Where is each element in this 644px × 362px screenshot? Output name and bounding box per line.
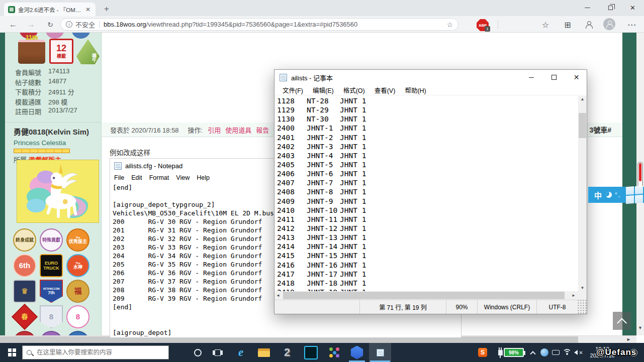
browser-tab[interactable]: 金河2.6进不去 - 『OMSI答疑版』 ✕: [4, 3, 96, 16]
page-info-icon[interactable]: i: [66, 21, 72, 28]
medal-label: 春: [21, 315, 29, 319]
taskbar-search-box[interactable]: [22, 345, 169, 359]
refresh-button[interactable]: ↻: [44, 19, 56, 31]
medal-badge: 福: [66, 280, 89, 303]
account-avatar[interactable]: [603, 18, 615, 30]
row-number: 2415: [277, 252, 307, 261]
notepad-maximize-button[interactable]: [542, 70, 565, 85]
back-to-top-button[interactable]: [613, 312, 631, 330]
row-fleetname: JHNT-10: [307, 206, 340, 215]
notepad-vertical-scrollbar[interactable]: ▲ ▼: [578, 96, 587, 291]
username[interactable]: 勇健0818(Kelvin Sim): [14, 126, 89, 137]
start-button[interactable]: [4, 343, 20, 362]
scroll-down-icon[interactable]: ▼: [578, 286, 587, 290]
volume-muted-icon[interactable]: ✕: [573, 343, 584, 362]
notepad-row: 2412JHNT-12JHNT 1: [277, 224, 569, 233]
cortana-button[interactable]: [190, 343, 205, 362]
notepad-text-area[interactable]: 1128NT-28JHNT 11129NT-29JHNT 11130NT-30J…: [274, 96, 587, 291]
internet-explorer-button[interactable]: e: [232, 343, 249, 362]
row-group: JHNT 1: [340, 188, 366, 197]
page-left-margin: [0, 33, 5, 335]
windows-logo-icon: [626, 186, 643, 204]
wifi-icon[interactable]: [561, 343, 573, 362]
menu-item[interactable]: 文件(F): [279, 84, 307, 96]
scroll-left-icon[interactable]: ◄: [276, 293, 280, 298]
new-tab-button[interactable]: +: [102, 4, 112, 14]
status-line-col: 第 71 行, 第 19 列: [359, 300, 446, 314]
post-action-link[interactable]: 使用道具: [225, 125, 251, 135]
file-explorer-button[interactable]: [255, 343, 272, 362]
notepad-minimize-button[interactable]: [520, 70, 542, 85]
row-number: 2405: [277, 161, 307, 170]
omsi2-button[interactable]: 2: [279, 343, 296, 362]
tray-app-icon[interactable]: [539, 343, 550, 362]
hscroll-right-icon[interactable]: ►: [626, 337, 631, 342]
battery-indicator[interactable]: 98%: [504, 348, 524, 357]
forum-member-sidebar: 11th 12模載 端午 會員編號174113帖子總數14877下載積分2491…: [5, 33, 102, 335]
window-close-button[interactable]: ✕: [621, 0, 644, 16]
member-stat-row: 會員編號174113: [15, 67, 99, 77]
ime-punctuation-toggle[interactable]: °,: [615, 191, 621, 198]
window-minimize-button[interactable]: [576, 0, 599, 16]
row-group: JHNT 1: [340, 170, 366, 179]
medal-badge: 8: [66, 305, 89, 328]
vscroll-thumb[interactable]: [579, 113, 586, 138]
row-number: 2407: [277, 179, 307, 188]
sidebar-divider: [5, 122, 102, 123]
ime-language-bar[interactable]: 中 °,: [588, 187, 644, 203]
task-view-button[interactable]: [210, 343, 225, 362]
hscroll-thumb[interactable]: [283, 292, 565, 299]
wps-office-button[interactable]: [348, 343, 366, 362]
tab-close-icon[interactable]: ✕: [84, 6, 91, 13]
stat-value: 298 模: [48, 97, 67, 107]
address-bar[interactable]: i 不安全 bbs.18wos.org /viewthread.php?tid=…: [60, 18, 458, 31]
post-action-link[interactable]: 引用: [208, 125, 221, 135]
menu-item[interactable]: 格式(O): [339, 84, 369, 96]
sogou-tray-icon[interactable]: S: [476, 343, 490, 362]
scroll-up-icon[interactable]: ▲: [578, 97, 587, 101]
collections-icon[interactable]: ⊞: [561, 19, 574, 31]
user-avatar-image[interactable]: [17, 160, 99, 223]
medal-label: 6th: [18, 263, 32, 268]
moon-icon[interactable]: [606, 192, 612, 198]
status-zoom: 90%: [446, 300, 477, 314]
row-group: JHNT 1: [340, 197, 366, 206]
favorites-bar-icon[interactable]: ☆: [539, 19, 552, 31]
notepad-close-button[interactable]: ✕: [565, 70, 588, 85]
post-action-link[interactable]: 報告: [256, 125, 269, 135]
ime-mode-toggle[interactable]: 中: [594, 190, 602, 200]
notepad-row: 2406JHNT-6JHNT 1: [277, 170, 569, 179]
notepad-row: 2413JHNT-13JHNT 1: [277, 233, 569, 243]
menu-item[interactable]: 编辑(E): [309, 84, 338, 96]
search-input[interactable]: [37, 349, 157, 356]
notepad-title: ailists - 记事本: [291, 73, 333, 82]
row-number: 2400: [277, 124, 307, 133]
forward-button[interactable]: →: [25, 19, 37, 31]
notepad-icon: [377, 349, 384, 356]
photoshop-button[interactable]: [302, 343, 320, 362]
notepad-row: 2417JHNT-17JHNT 1: [277, 270, 569, 279]
stat-value: 174113: [48, 67, 69, 77]
scrollbar-down-icon[interactable]: ▼: [636, 325, 644, 330]
menu-item[interactable]: 查看(V): [371, 84, 400, 96]
device-tray-icon[interactable]: [550, 343, 561, 362]
app-flower-button[interactable]: [326, 343, 343, 362]
notepad-horizontal-scrollbar[interactable]: ◄ ►: [274, 291, 587, 300]
row-fleetname: JHNT-15: [307, 252, 340, 261]
search-icon: [27, 350, 32, 355]
bookmark-star-icon[interactable]: ☆: [446, 21, 453, 29]
scroll-right-icon[interactable]: ►: [572, 293, 576, 298]
notepad-taskbar-button[interactable]: [369, 343, 391, 362]
medal-badge: ♛: [13, 280, 36, 303]
embedded-notepad-title: ailists.cfg - Notepad: [125, 162, 182, 170]
row-group: JHNT 1: [340, 97, 366, 106]
row-group: JHNT 1: [340, 270, 366, 279]
window-restore-button[interactable]: [599, 0, 622, 16]
more-menu-icon[interactable]: ⋯: [625, 19, 638, 31]
tray-expand-chevron[interactable]: [528, 343, 538, 362]
menu-item[interactable]: 帮助(H): [401, 84, 430, 96]
back-button[interactable]: ←: [7, 19, 19, 31]
resize-grip[interactable]: [578, 300, 587, 314]
profile-icon[interactable]: [582, 19, 595, 31]
notepad-text-rows: 1128NT-28JHNT 11129NT-29JHNT 11130NT-30J…: [277, 97, 569, 291]
